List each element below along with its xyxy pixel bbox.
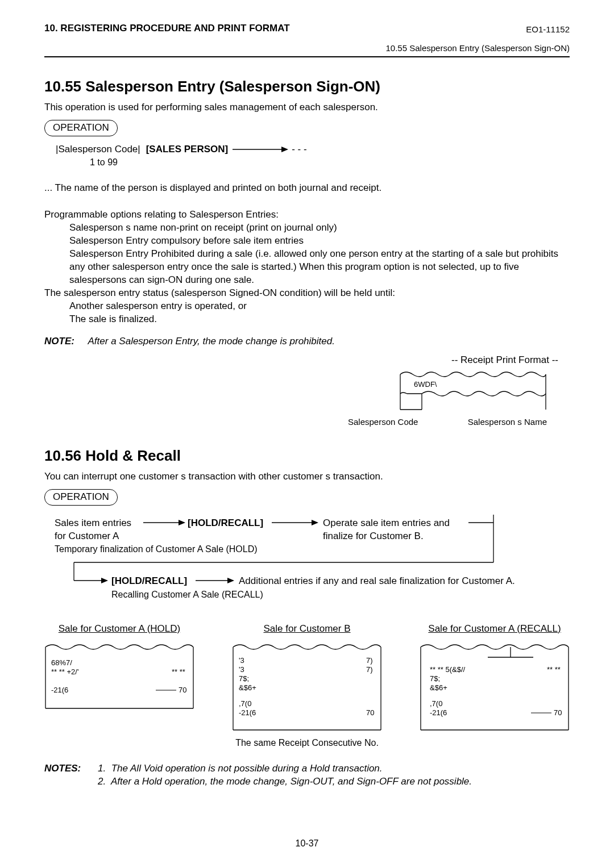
- rpf-title: -- Receipt Print Format --: [451, 354, 558, 367]
- page-number: 10-37: [0, 838, 614, 849]
- notes-block: NOTES: 1. The All Void operation is not …: [44, 762, 570, 788]
- salesperson-code-label: |Salesperson Code|: [56, 143, 140, 156]
- intro-text: This operation is used for performing sa…: [44, 101, 570, 114]
- receipt-slip: 6WDF\: [399, 369, 547, 412]
- note-label: NOTE:: [44, 336, 74, 347]
- note2-text: After a Hold operation, the mode change,…: [111, 776, 472, 787]
- rule: [44, 56, 570, 57]
- caption-code: Salesperson Code: [348, 416, 418, 428]
- receipt-a-slip: 68%7/ ** ** +2/' ** ** -21(6 70: [44, 640, 194, 714]
- flow-note-b: Recalling Customer A Sale (RECALL): [111, 589, 263, 601]
- receipt-a: Sale for Customer A (HOLD) 68%7/ ** ** +…: [44, 623, 194, 733]
- consecutive-note: The same Receipt Consecutive No.: [44, 737, 570, 749]
- receipt-print-format: -- Receipt Print Format -- 6WDF\ Salespe…: [44, 354, 570, 433]
- notes-label: NOTES:: [44, 763, 81, 774]
- receipt-c: Sale for Customer A (RECALL) ** ** 5(&$/…: [420, 623, 570, 733]
- flow-a: Sales item entries for Customer A: [55, 517, 131, 543]
- flow-a2: for Customer A: [55, 530, 131, 543]
- svg-text:7): 7): [366, 665, 373, 674]
- svg-text:7$;: 7$;: [239, 674, 249, 683]
- note-row: NOTE: After a Salesperson Entry, the mod…: [44, 335, 570, 348]
- receipt-b: Sale for Customer B '37) '37) 7$; &$6+ ,…: [232, 623, 382, 733]
- svg-text:** ** +2/': ** ** +2/': [51, 667, 78, 676]
- svg-text:'3: '3: [239, 665, 244, 674]
- option-1: Salesperson s name non-print on receipt …: [69, 222, 570, 235]
- svg-text:** **: ** **: [547, 665, 561, 674]
- svg-text:68%7/: 68%7/: [51, 658, 72, 667]
- note-2: 2. After a Hold operation, the mode chan…: [98, 775, 570, 788]
- receipt-text: 6WDF\: [414, 380, 437, 389]
- flow-c: Additional entries if any and real sale …: [239, 575, 515, 588]
- arrow-icon: [231, 145, 288, 153]
- flow-b1: Operate sale item entries and: [323, 517, 450, 530]
- intro-text-2: You can interrupt one customer s transac…: [44, 470, 570, 483]
- option-2: Salesperson Entry compulsory before sale…: [69, 235, 570, 248]
- note-body: After a Salesperson Entry, the mode chan…: [88, 336, 335, 347]
- caption-a: Sale for Customer A (HOLD): [44, 623, 194, 636]
- sales-person-button: [SALES PERSON]: [146, 143, 229, 156]
- svg-marker-14: [101, 578, 108, 583]
- section-title: 10.55 Salesperson Entry (Salesperson Sig…: [44, 78, 570, 95]
- note2-num: 2.: [98, 776, 106, 787]
- svg-text:7$;: 7$;: [430, 674, 440, 683]
- section-body-2: You can interrupt one customer s transac…: [44, 470, 570, 788]
- held-1: Another salesperson entry is operated, o…: [69, 300, 570, 313]
- svg-text:70: 70: [366, 708, 374, 717]
- svg-marker-1: [281, 147, 288, 152]
- flow-b2: finalize for Customer B.: [323, 530, 450, 543]
- flow-a1: Sales item entries: [55, 517, 131, 530]
- option-3: Salesperson Entry Prohibited during a sa…: [69, 248, 570, 287]
- svg-marker-8: [312, 520, 318, 525]
- svg-text:-21(6: -21(6: [51, 686, 68, 694]
- svg-text:&$6+: &$6+: [239, 683, 256, 692]
- operation-pill-2: OPERATION: [44, 489, 118, 506]
- header-subtitle: 10.55 Salesperson Entry (Salesperson Sig…: [44, 43, 570, 53]
- printed-line: ... The name of the person is displayed …: [44, 182, 570, 195]
- dashes: - - -: [292, 143, 306, 156]
- receipt-b-slip: '37) '37) 7$; &$6+ ,7(0 -21(6 70: [232, 640, 382, 733]
- flow-note-a: Temporary finalization of Customer A Sal…: [55, 543, 258, 556]
- svg-text:-21(6: -21(6: [239, 708, 256, 717]
- receipts-row: Sale for Customer A (HOLD) 68%7/ ** ** +…: [44, 623, 570, 733]
- svg-marker-6: [179, 520, 185, 525]
- hold-recall-1: [HOLD/RECALL]: [188, 517, 263, 530]
- held-intro: The salesperson entry status (salesperso…: [44, 287, 570, 300]
- svg-text:-21(6: -21(6: [430, 708, 447, 717]
- svg-text:'3: '3: [239, 656, 244, 665]
- header-left: 10. REGISTERING PROCEDURE AND PRINT FORM…: [44, 23, 290, 34]
- operation-line: |Salesperson Code| [SALES PERSON] - - -: [56, 143, 570, 156]
- note1-text: The All Void operation is not possible d…: [111, 763, 383, 774]
- code-range: 1 to 99: [90, 156, 570, 169]
- section-title-2: 10.56 Hold & Recall: [44, 447, 570, 465]
- options-intro: Programmable options relating to Salespe…: [44, 208, 570, 222]
- section-body: This operation is used for performing sa…: [44, 101, 570, 433]
- svg-text:,7(0: ,7(0: [430, 699, 442, 708]
- operation-pill: OPERATION: [44, 120, 118, 136]
- svg-text:70: 70: [179, 686, 186, 694]
- header-right: EO1-11152: [526, 24, 570, 34]
- page-header: 10. REGISTERING PROCEDURE AND PRINT FORM…: [44, 23, 570, 34]
- svg-text:&$6+: &$6+: [430, 683, 447, 692]
- note-1: 1. The All Void operation is not possibl…: [98, 762, 570, 775]
- svg-marker-16: [227, 578, 234, 583]
- hold-recall-2: [HOLD/RECALL]: [111, 575, 187, 588]
- caption-name: Salesperson s Name: [468, 416, 547, 428]
- flow-b: Operate sale item entries and finalize f…: [323, 517, 450, 543]
- svg-text:** **: ** **: [172, 667, 185, 676]
- flow-diagram: Sales item entries for Customer A [HOLD/…: [44, 511, 570, 619]
- svg-text:** ** 5(&$//: ** ** 5(&$//: [430, 665, 466, 674]
- note1-num: 1.: [98, 763, 106, 774]
- receipt-c-slip: ** ** 5(&$//** ** 7$; &$6+ ,7(0 -21(6 70: [420, 640, 570, 733]
- svg-text:7): 7): [366, 656, 373, 665]
- svg-text:,7(0: ,7(0: [239, 699, 251, 708]
- held-2: The sale is finalized.: [69, 313, 570, 326]
- svg-text:70: 70: [554, 708, 562, 717]
- page: 10. REGISTERING PROCEDURE AND PRINT FORM…: [0, 0, 614, 868]
- caption-b: Sale for Customer B: [232, 623, 382, 636]
- caption-c: Sale for Customer A (RECALL): [420, 623, 570, 636]
